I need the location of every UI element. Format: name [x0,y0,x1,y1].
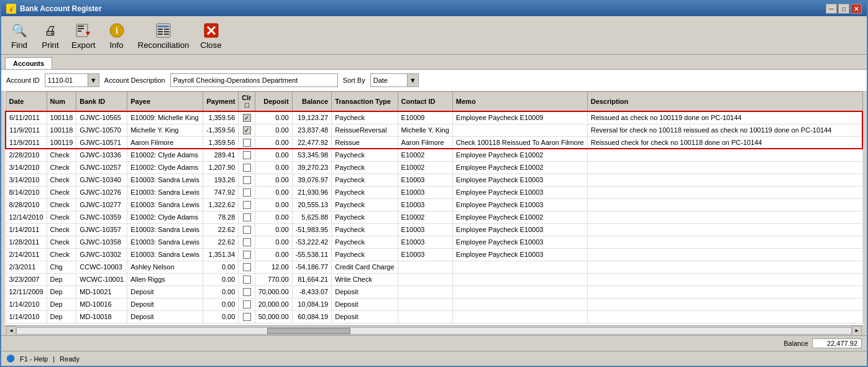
cell-payment: 289.41 [203,149,238,161]
cell-contact: E10003 [398,186,452,198]
table-row[interactable]: 1/14/2010 Dep MD-10018 Deposit 0.00 50,0… [6,310,862,323]
clr-checkbox[interactable]: ✓ [243,114,251,122]
export-button[interactable]: Export [67,19,100,52]
cell-date: 6/11/2011 [6,111,47,124]
clr-checkbox[interactable] [243,151,251,159]
cell-bank-id: GJWC-10340 [76,174,127,186]
cell-clr[interactable] [239,136,255,149]
maximize-button[interactable]: □ [838,4,849,14]
cell-date: 1/14/2011 [6,223,47,236]
scroll-left-arrow[interactable]: ◄ [6,326,16,336]
cell-clr[interactable] [239,198,255,211]
cell-clr[interactable]: ✓ [239,124,255,136]
cell-balance: 53,345.98 [292,149,332,161]
tab-bar: Accounts [1,55,867,70]
clr-checkbox[interactable] [243,139,251,147]
cell-clr[interactable] [239,161,255,174]
cell-deposit: 770.00 [255,273,292,286]
cell-clr[interactable] [239,149,255,161]
tab-accounts[interactable]: Accounts [5,57,52,69]
table-row[interactable]: 3/23/2007 Dep WCWC-10001 Allen Riggs 0.0… [6,273,862,286]
cell-clr[interactable] [239,174,255,186]
reconciliation-button[interactable]: Reconciliation [134,19,194,52]
clr-checkbox[interactable] [243,176,251,184]
sort-by-dropdown[interactable]: ▼ [408,73,419,87]
clr-checkbox[interactable] [243,288,251,296]
clr-checkbox[interactable] [243,201,251,209]
cell-date: 12/14/2010 [6,211,47,223]
cell-clr[interactable] [239,298,255,310]
cell-num: Check [47,248,76,261]
cell-balance: 23,837.48 [292,124,332,136]
cell-balance: 39,270.23 [292,161,332,174]
cell-desc: Reissued as check no 100119 done on PC-1… [587,111,862,124]
cell-memo [452,310,587,323]
clr-checkbox[interactable] [243,226,251,234]
table-row[interactable]: 1/28/2011 Check GJWC-10358 E10003: Sandr… [6,236,862,248]
clr-checkbox[interactable] [243,238,251,246]
col-clr: Clr☐ [239,92,255,112]
cell-clr[interactable] [239,211,255,223]
clr-checkbox[interactable] [243,313,251,321]
table-row[interactable]: 8/14/2010 Check GJWC-10276 E10003: Sandr… [6,186,862,198]
cell-clr[interactable] [239,273,255,286]
clr-checkbox[interactable] [243,300,251,309]
cell-clr[interactable] [239,310,255,323]
scroll-right-arrow[interactable]: ► [852,326,862,336]
grid-wrapper: Date Num Bank ID Payee Payment Clr☐ Depo… [5,91,863,335]
cell-type: Paycheck [332,198,398,211]
table-row[interactable]: 2/14/2011 Check GJWC-10302 E10003: Sandr… [6,248,862,261]
clr-checkbox[interactable]: ✓ [243,126,251,134]
minimize-button[interactable]: ─ [826,4,837,14]
horizontal-scrollbar[interactable]: ◄ ► [5,325,863,335]
scroll-area[interactable]: Date Num Bank ID Payee Payment Clr☐ Depo… [5,91,863,325]
table-row[interactable]: 12/14/2010 Check GJWC-10359 E10002: Clyd… [6,211,862,223]
cell-clr[interactable]: ✓ [239,111,255,124]
clr-checkbox[interactable] [243,276,251,284]
close-button[interactable]: Close [196,19,226,52]
table-row[interactable]: 12/11/2009 Dep MD-10021 Deposit 0.00 70,… [6,286,862,298]
account-id-input[interactable] [45,73,88,87]
cell-clr[interactable] [239,236,255,248]
cell-num: 100119 [47,136,76,149]
clr-checkbox[interactable] [243,263,251,271]
cell-date: 8/14/2010 [6,186,47,198]
cell-clr[interactable] [239,261,255,273]
cell-payment: 193.26 [203,174,238,186]
table-row[interactable]: 2/3/2011 Chg CCWC-10003 Ashley Nelson 0.… [6,261,862,273]
cell-clr[interactable] [239,248,255,261]
find-button[interactable]: 🔍 Find [5,19,34,52]
clr-checkbox[interactable] [243,213,251,221]
cell-clr[interactable] [239,286,255,298]
cell-balance: -54,186.77 [292,261,332,273]
table-row[interactable]: 8/28/2010 Check GJWC-10277 E10003: Sandr… [6,198,862,211]
table-row[interactable]: 2/28/2010 Check GJWC-10336 E10002: Clyde… [6,149,862,161]
scroll-thumb[interactable] [267,328,350,334]
scroll-track[interactable] [16,327,852,335]
cell-memo: Employee Paycheck E10002 [452,149,587,161]
account-desc-input[interactable] [170,73,338,87]
cell-clr[interactable] [239,223,255,236]
cell-balance: 21,930.96 [292,186,332,198]
table-row[interactable]: 3/14/2010 Check GJWC-10340 E10003: Sandr… [6,174,862,186]
cell-clr[interactable] [239,186,255,198]
clr-checkbox[interactable] [243,188,251,197]
cell-payment: 0.00 [203,310,238,323]
clr-checkbox[interactable] [243,164,251,172]
cell-deposit: 0.00 [255,198,292,211]
sort-by-input[interactable] [370,73,408,87]
cell-balance: 19,123.27 [292,111,332,124]
table-row[interactable]: 1/14/2011 Check GJWC-10357 E10003: Sandr… [6,223,862,236]
account-id-dropdown[interactable]: ▼ [88,73,99,87]
table-row[interactable]: 1/14/2010 Dep MD-10016 Deposit 0.00 20,0… [6,298,862,310]
table-row[interactable]: 11/9/2011 100118 GJWC-10570 Michelle Y. … [6,124,862,136]
close-window-button[interactable]: ✕ [851,4,862,14]
table-row[interactable]: 6/11/2011 100118 GJWC-10565 E10009: Mich… [6,111,862,124]
info-button[interactable]: i Info [103,19,131,52]
table-row[interactable]: 3/14/2010 Check GJWC-10257 E10002: Clyde… [6,161,862,174]
clr-checkbox[interactable] [243,251,251,259]
table-row[interactable]: 11/9/2011 100119 GJWC-10571 Aaron Filmor… [6,136,862,149]
cell-payment: 22.62 [203,223,238,236]
print-button[interactable]: 🖨 Print [36,19,65,52]
cell-desc [587,198,862,211]
